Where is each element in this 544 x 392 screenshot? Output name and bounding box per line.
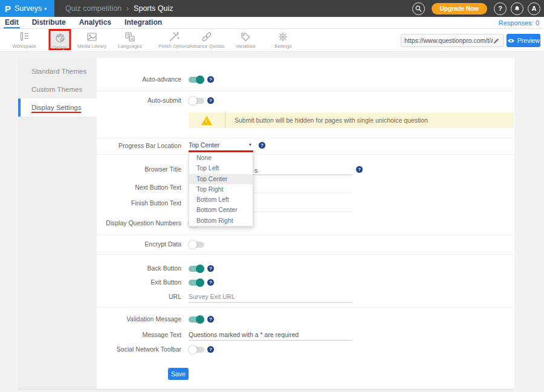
notifications-bell-icon[interactable] bbox=[511, 2, 523, 15]
sidebar-item-display-settings[interactable]: Display Settings bbox=[18, 98, 97, 117]
languages-icon: A bbox=[124, 31, 136, 43]
toolbar-item-workspace[interactable]: Workspace bbox=[1, 31, 47, 49]
auto-submit-toggle[interactable] bbox=[189, 97, 204, 105]
exit-button-help-icon[interactable]: ? bbox=[207, 279, 214, 286]
menu-option-bottom-right[interactable]: Bottom Right bbox=[189, 216, 253, 226]
menu-option-bottom-center[interactable]: Bottom Center bbox=[189, 205, 253, 215]
sidebar-item-custom-themes[interactable]: Custom Themes bbox=[18, 80, 97, 98]
auto-advance-label: Auto-advance bbox=[97, 76, 181, 83]
toolbar-item-label: Languages bbox=[118, 43, 142, 49]
tab-edit[interactable]: Edit bbox=[4, 17, 20, 28]
preview-button[interactable]: Preview bbox=[507, 34, 540, 47]
menu-option-none[interactable]: None bbox=[189, 153, 253, 163]
annotation-red-underline bbox=[189, 150, 253, 152]
divider bbox=[97, 307, 514, 307]
validation-message-help-icon[interactable]: ? bbox=[207, 316, 214, 323]
survey-url-field[interactable]: https://www.questionpro.com/t/APNrFZ bbox=[401, 34, 504, 47]
back-button-help-icon[interactable]: ? bbox=[207, 265, 214, 272]
display-question-numbers-label: Display Question Numbers bbox=[97, 219, 181, 227]
sidebar-item-standard-themes[interactable]: Standard Themes bbox=[18, 62, 97, 80]
advance-quotas-links-icon bbox=[201, 31, 213, 43]
progress-bar-location-select[interactable]: Top Center bbox=[189, 141, 253, 149]
breadcrumb-current: Sports Quiz bbox=[134, 4, 173, 13]
workspace-icon bbox=[18, 31, 30, 43]
toolbar-item-label: Workspace bbox=[12, 43, 36, 49]
divider bbox=[97, 254, 514, 255]
avatar[interactable]: A bbox=[528, 2, 540, 15]
divider bbox=[97, 138, 514, 138]
encrypt-data-toggle[interactable] bbox=[189, 240, 204, 249]
tab-distribute[interactable]: Distribute bbox=[31, 17, 67, 28]
warning-icon-cell: ! bbox=[189, 112, 225, 128]
finish-options-wand-icon bbox=[168, 31, 180, 43]
message-text-input[interactable]: Questions marked with a * are required bbox=[189, 331, 352, 341]
survey-subnav: Edit Distribute Analytics Integration Re… bbox=[0, 17, 544, 29]
validation-message-toggle[interactable] bbox=[189, 315, 204, 324]
progress-bar-location-menu: None Top Left Top Center Top Right Botto… bbox=[189, 152, 253, 227]
social-network-toolbar-help-icon[interactable]: ? bbox=[207, 346, 214, 353]
tab-analytics[interactable]: Analytics bbox=[78, 17, 112, 28]
finish-button-text-label: Finish Button Text bbox=[97, 199, 181, 207]
topbar: P Surveys ▾ Quiz competition › Sports Qu… bbox=[0, 0, 544, 17]
svg-text:A: A bbox=[131, 37, 134, 41]
toolbar-item-design[interactable]: Design bbox=[49, 29, 71, 50]
questionpro-logo: P bbox=[5, 4, 11, 14]
preview-button-label: Preview bbox=[517, 37, 540, 44]
search-icon[interactable] bbox=[412, 2, 425, 15]
auto-submit-help-icon[interactable]: ? bbox=[207, 97, 214, 104]
help-icon[interactable]: ? bbox=[494, 2, 507, 15]
browser-title-help-icon[interactable]: ? bbox=[356, 166, 363, 173]
auto-advance-toggle[interactable] bbox=[189, 76, 204, 84]
menu-option-top-left[interactable]: Top Left bbox=[189, 163, 253, 173]
toolbar-item-settings[interactable]: Settings bbox=[260, 31, 306, 49]
design-settings-card: Standard Themes Custom Themes Display Se… bbox=[18, 58, 514, 390]
survey-url-text: https://www.questionpro.com/t/APNrFZ bbox=[404, 37, 493, 44]
edit-pencil-icon[interactable] bbox=[493, 37, 500, 44]
warning-text: Submit button will be hidden for pages w… bbox=[225, 117, 428, 124]
next-button-text-label: Next Button Text bbox=[97, 184, 181, 191]
back-button-toggle[interactable] bbox=[189, 265, 204, 273]
tab-integration[interactable]: Integration bbox=[123, 17, 163, 28]
toolbar-item-label: Settings bbox=[274, 43, 292, 49]
menu-option-bottom-left[interactable]: Bottom Left bbox=[189, 194, 253, 205]
save-button[interactable]: Save bbox=[168, 368, 189, 380]
toolbar-item-label: Advance Quotas bbox=[189, 43, 224, 49]
menu-option-top-center[interactable]: Top Center bbox=[189, 174, 253, 184]
chevron-down-icon: ▾ bbox=[44, 6, 47, 11]
breadcrumb: Quiz competition › Sports Quiz bbox=[65, 4, 173, 13]
validation-message-label: Validation Message bbox=[97, 315, 181, 323]
toolbar-item-languages[interactable]: A Languages bbox=[107, 31, 153, 49]
browser-title-label: Browser Title bbox=[97, 165, 181, 173]
message-text-label: Message Text bbox=[97, 331, 181, 338]
browser-title-visible-text: s bbox=[254, 167, 257, 174]
toolbar-item-label: Variables bbox=[236, 43, 256, 49]
auto-submit-warning-banner: ! Submit button will be hidden for pages… bbox=[189, 112, 514, 128]
social-network-toolbar-toggle[interactable] bbox=[189, 345, 204, 354]
sidebar-item-label: Custom Themes bbox=[31, 86, 82, 93]
exit-url-input[interactable]: Survey Exit URL bbox=[189, 293, 352, 303]
divider bbox=[97, 91, 514, 91]
toolbar-item-label: Media Library bbox=[77, 43, 106, 49]
divider bbox=[97, 154, 514, 155]
topbar-actions: Upgrade Now ? A bbox=[412, 2, 544, 15]
menu-option-top-right[interactable]: Top Right bbox=[189, 184, 253, 194]
breadcrumb-parent[interactable]: Quiz competition bbox=[65, 4, 121, 13]
auto-advance-help-icon[interactable]: ? bbox=[207, 76, 214, 83]
surveys-menu[interactable]: P Surveys ▾ bbox=[0, 0, 54, 17]
surveys-menu-label: Surveys bbox=[15, 4, 42, 13]
progress-bar-location-help-icon[interactable]: ? bbox=[259, 142, 265, 149]
display-settings-form: Auto-advance ? Auto-submit ? ! Submit bu… bbox=[97, 58, 514, 389]
edit-toolbar: Workspace Design Media Library A Languag… bbox=[0, 29, 544, 52]
upgrade-now-button[interactable]: Upgrade Now bbox=[432, 3, 487, 14]
page-background: Standard Themes Custom Themes Display Se… bbox=[0, 52, 544, 392]
divider bbox=[97, 234, 514, 235]
select-caret-icon: ▾ bbox=[249, 142, 251, 147]
auto-submit-label: Auto-submit bbox=[97, 97, 181, 104]
responses-count[interactable]: Responses: 0 bbox=[499, 17, 539, 28]
exit-button-toggle[interactable] bbox=[189, 278, 204, 287]
design-sidebar: Standard Themes Custom Themes Display Se… bbox=[18, 58, 97, 389]
media-library-icon bbox=[86, 31, 98, 43]
settings-gear-icon bbox=[277, 31, 289, 43]
toolbar-item-label: Design bbox=[53, 45, 68, 50]
eye-icon bbox=[507, 38, 515, 43]
